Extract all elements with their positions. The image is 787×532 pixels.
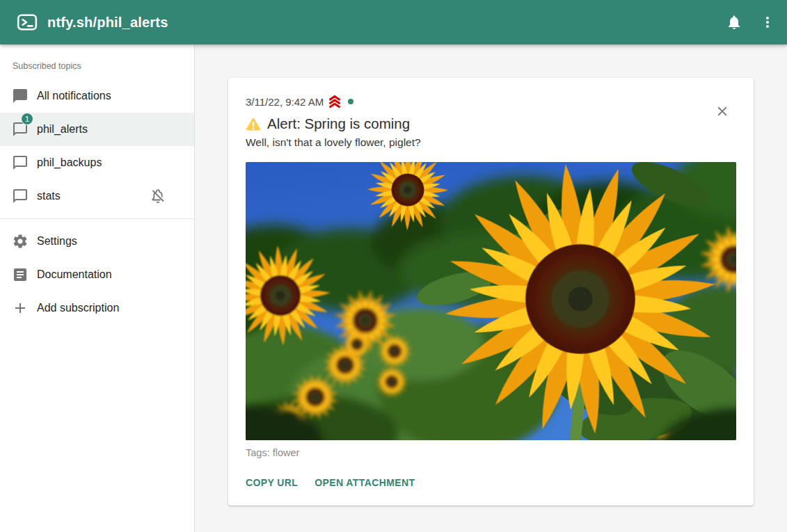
close-notification-button[interactable] xyxy=(707,96,738,127)
sidebar-item-add-subscription[interactable]: Add subscription xyxy=(0,291,194,325)
subscribed-topics-label: Subscribed topics xyxy=(0,45,194,79)
sidebar-item-documentation[interactable]: Documentation xyxy=(0,258,194,291)
warning-emoji-icon xyxy=(246,117,261,131)
sidebar-item-label: stats xyxy=(37,190,61,202)
sidebar-item-label: Add subscription xyxy=(37,302,119,314)
sidebar-item-settings[interactable]: Settings xyxy=(0,225,194,258)
chat-bubble-outline-icon xyxy=(12,188,29,204)
unread-count-badge: 1 xyxy=(21,113,33,125)
page-title: ntfy.sh/phil_alerts xyxy=(47,15,717,31)
notification-actions: COPY URL OPEN ATTACHMENT xyxy=(246,471,736,496)
open-attachment-button[interactable]: OPEN ATTACHMENT xyxy=(315,471,415,494)
sidebar-item-label: All notifications xyxy=(37,90,111,102)
chat-bubble-filled-icon xyxy=(12,88,29,104)
app-bar: ntfy.sh/phil_alerts xyxy=(0,0,787,45)
sidebar-item-label: phil_alerts xyxy=(37,123,88,136)
overflow-menu-button[interactable] xyxy=(751,6,784,39)
notifications-muted-icon xyxy=(150,188,166,204)
notification-message: Well, isn't that a lovely flower, piglet… xyxy=(246,135,736,150)
notification-card: 3/11/22, 9:42 AM xyxy=(228,78,754,506)
ntfy-terminal-logo-icon xyxy=(17,12,38,33)
notification-meta: 3/11/22, 9:42 AM xyxy=(246,95,736,108)
kebab-menu-icon xyxy=(759,14,776,31)
copy-url-button[interactable]: COPY URL xyxy=(246,471,298,494)
close-icon xyxy=(715,104,730,119)
unread-dot xyxy=(348,99,353,104)
sidebar-item-label: Settings xyxy=(37,235,77,248)
sidebar-divider xyxy=(0,218,194,219)
article-icon xyxy=(12,266,29,283)
sidebar-item-stats[interactable]: stats xyxy=(0,179,194,213)
sidebar-item-label: phil_backups xyxy=(37,156,102,169)
attachment-image[interactable] xyxy=(246,162,736,440)
notification-tags: Tags: flower xyxy=(246,446,736,460)
sidebar: Subscribed topics All notifications 1 ph… xyxy=(0,45,195,532)
bell-icon xyxy=(726,14,742,31)
main-content: 3/11/22, 9:42 AM xyxy=(195,45,787,532)
sidebar-item-all-notifications[interactable]: All notifications xyxy=(0,79,194,113)
sidebar-item-label: Documentation xyxy=(37,268,112,281)
notification-title-row: Alert: Spring is coming xyxy=(246,114,736,134)
notifications-bell-button[interactable] xyxy=(717,6,751,39)
chat-bubble-outline-icon xyxy=(12,154,29,171)
sidebar-item-phil-backups[interactable]: phil_backups xyxy=(0,146,194,179)
sidebar-item-phil-alerts[interactable]: 1 phil_alerts xyxy=(0,113,194,146)
notification-timestamp: 3/11/22, 9:42 AM xyxy=(246,96,324,108)
priority-max-icon xyxy=(327,95,342,108)
plus-icon xyxy=(12,300,29,316)
notification-title: Alert: Spring is coming xyxy=(267,115,410,132)
gear-icon xyxy=(12,233,29,250)
